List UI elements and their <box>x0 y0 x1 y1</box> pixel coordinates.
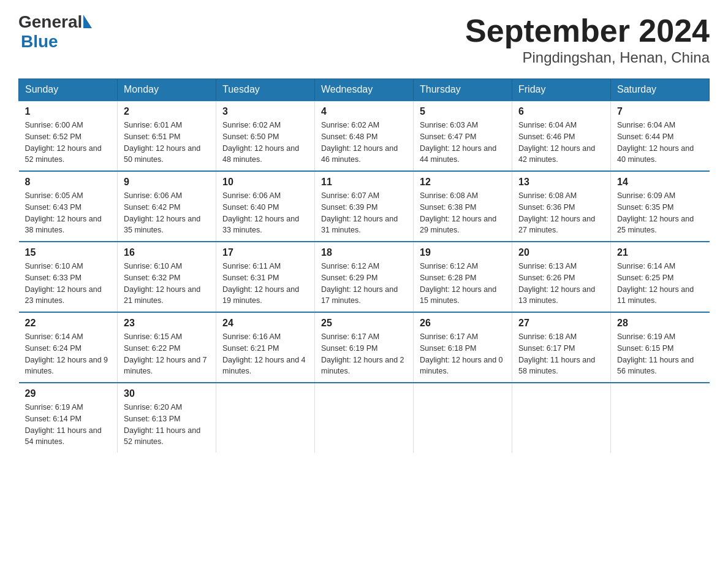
day-number: 1 <box>25 106 112 117</box>
table-row: 13 Sunrise: 6:08 AM Sunset: 6:36 PM Dayl… <box>512 171 611 242</box>
day-number: 22 <box>25 318 112 329</box>
day-info: Sunrise: 6:08 AM Sunset: 6:38 PM Dayligh… <box>420 190 506 236</box>
day-number: 30 <box>124 388 210 399</box>
day-info: Sunrise: 6:08 AM Sunset: 6:36 PM Dayligh… <box>518 190 604 236</box>
table-row: 5 Sunrise: 6:03 AM Sunset: 6:47 PM Dayli… <box>414 101 512 171</box>
day-info: Sunrise: 6:19 AM Sunset: 6:14 PM Dayligh… <box>25 402 112 448</box>
day-info: Sunrise: 6:14 AM Sunset: 6:25 PM Dayligh… <box>617 261 703 307</box>
table-row: 3 Sunrise: 6:02 AM Sunset: 6:50 PM Dayli… <box>216 101 315 171</box>
day-info: Sunrise: 6:04 AM Sunset: 6:46 PM Dayligh… <box>518 120 604 166</box>
day-info: Sunrise: 6:06 AM Sunset: 6:42 PM Dayligh… <box>124 190 210 236</box>
col-wednesday: Wednesday <box>315 79 414 101</box>
col-thursday: Thursday <box>414 79 512 101</box>
table-row: 21 Sunrise: 6:14 AM Sunset: 6:25 PM Dayl… <box>611 242 710 312</box>
calendar-title: September 2024 <box>465 12 710 49</box>
day-info: Sunrise: 6:17 AM Sunset: 6:18 PM Dayligh… <box>420 331 506 377</box>
table-row <box>512 383 611 453</box>
day-number: 29 <box>25 388 112 399</box>
table-row: 17 Sunrise: 6:11 AM Sunset: 6:31 PM Dayl… <box>216 242 315 312</box>
day-info: Sunrise: 6:09 AM Sunset: 6:35 PM Dayligh… <box>617 190 703 236</box>
table-row: 24 Sunrise: 6:16 AM Sunset: 6:21 PM Dayl… <box>216 312 315 383</box>
calendar-header-row: Sunday Monday Tuesday Wednesday Thursday… <box>19 79 710 101</box>
calendar-table: Sunday Monday Tuesday Wednesday Thursday… <box>18 79 710 453</box>
day-number: 27 <box>518 318 604 329</box>
table-row <box>611 383 710 453</box>
calendar-week-row: 1 Sunrise: 6:00 AM Sunset: 6:52 PM Dayli… <box>19 101 710 171</box>
day-number: 14 <box>617 177 703 188</box>
day-number: 18 <box>321 247 407 258</box>
table-row <box>315 383 414 453</box>
table-row: 22 Sunrise: 6:14 AM Sunset: 6:24 PM Dayl… <box>19 312 118 383</box>
day-info: Sunrise: 6:15 AM Sunset: 6:22 PM Dayligh… <box>124 331 210 377</box>
table-row: 10 Sunrise: 6:06 AM Sunset: 6:40 PM Dayl… <box>216 171 315 242</box>
day-info: Sunrise: 6:16 AM Sunset: 6:21 PM Dayligh… <box>222 331 308 377</box>
day-number: 23 <box>124 318 210 329</box>
day-number: 20 <box>518 247 604 258</box>
table-row: 20 Sunrise: 6:13 AM Sunset: 6:26 PM Dayl… <box>512 242 611 312</box>
day-info: Sunrise: 6:00 AM Sunset: 6:52 PM Dayligh… <box>25 120 112 166</box>
day-number: 2 <box>124 106 210 117</box>
calendar-week-row: 15 Sunrise: 6:10 AM Sunset: 6:33 PM Dayl… <box>19 242 710 312</box>
day-info: Sunrise: 6:12 AM Sunset: 6:28 PM Dayligh… <box>420 261 506 307</box>
table-row: 1 Sunrise: 6:00 AM Sunset: 6:52 PM Dayli… <box>19 101 118 171</box>
table-row: 8 Sunrise: 6:05 AM Sunset: 6:43 PM Dayli… <box>19 171 118 242</box>
col-sunday: Sunday <box>19 79 118 101</box>
day-number: 15 <box>25 247 112 258</box>
day-number: 4 <box>321 106 407 117</box>
col-friday: Friday <box>512 79 611 101</box>
table-row: 9 Sunrise: 6:06 AM Sunset: 6:42 PM Dayli… <box>118 171 216 242</box>
day-info: Sunrise: 6:11 AM Sunset: 6:31 PM Dayligh… <box>222 261 308 307</box>
title-block: September 2024 Pingdingshan, Henan, Chin… <box>465 12 710 66</box>
table-row: 28 Sunrise: 6:19 AM Sunset: 6:15 PM Dayl… <box>611 312 710 383</box>
table-row: 18 Sunrise: 6:12 AM Sunset: 6:29 PM Dayl… <box>315 242 414 312</box>
table-row: 25 Sunrise: 6:17 AM Sunset: 6:19 PM Dayl… <box>315 312 414 383</box>
day-number: 9 <box>124 177 210 188</box>
day-number: 5 <box>420 106 506 117</box>
table-row: 11 Sunrise: 6:07 AM Sunset: 6:39 PM Dayl… <box>315 171 414 242</box>
logo-text-general: General <box>18 12 82 32</box>
day-info: Sunrise: 6:06 AM Sunset: 6:40 PM Dayligh… <box>222 190 308 236</box>
table-row: 26 Sunrise: 6:17 AM Sunset: 6:18 PM Dayl… <box>414 312 512 383</box>
day-info: Sunrise: 6:20 AM Sunset: 6:13 PM Dayligh… <box>124 402 210 448</box>
day-info: Sunrise: 6:03 AM Sunset: 6:47 PM Dayligh… <box>420 120 506 166</box>
table-row: 14 Sunrise: 6:09 AM Sunset: 6:35 PM Dayl… <box>611 171 710 242</box>
col-tuesday: Tuesday <box>216 79 315 101</box>
day-info: Sunrise: 6:19 AM Sunset: 6:15 PM Dayligh… <box>617 331 703 377</box>
day-number: 13 <box>518 177 604 188</box>
day-info: Sunrise: 6:13 AM Sunset: 6:26 PM Dayligh… <box>518 261 604 307</box>
day-number: 17 <box>222 247 308 258</box>
calendar-week-row: 22 Sunrise: 6:14 AM Sunset: 6:24 PM Dayl… <box>19 312 710 383</box>
day-info: Sunrise: 6:02 AM Sunset: 6:50 PM Dayligh… <box>222 120 308 166</box>
day-info: Sunrise: 6:10 AM Sunset: 6:33 PM Dayligh… <box>25 261 112 307</box>
table-row <box>414 383 512 453</box>
table-row: 12 Sunrise: 6:08 AM Sunset: 6:38 PM Dayl… <box>414 171 512 242</box>
table-row: 16 Sunrise: 6:10 AM Sunset: 6:32 PM Dayl… <box>118 242 216 312</box>
table-row: 19 Sunrise: 6:12 AM Sunset: 6:28 PM Dayl… <box>414 242 512 312</box>
day-number: 6 <box>518 106 604 117</box>
day-number: 3 <box>222 106 308 117</box>
day-info: Sunrise: 6:07 AM Sunset: 6:39 PM Dayligh… <box>321 190 407 236</box>
day-number: 25 <box>321 318 407 329</box>
calendar-subtitle: Pingdingshan, Henan, China <box>465 49 710 66</box>
calendar-week-row: 29 Sunrise: 6:19 AM Sunset: 6:14 PM Dayl… <box>19 383 710 453</box>
day-number: 26 <box>420 318 506 329</box>
table-row: 6 Sunrise: 6:04 AM Sunset: 6:46 PM Dayli… <box>512 101 611 171</box>
table-row: 2 Sunrise: 6:01 AM Sunset: 6:51 PM Dayli… <box>118 101 216 171</box>
day-info: Sunrise: 6:05 AM Sunset: 6:43 PM Dayligh… <box>25 190 112 236</box>
day-number: 12 <box>420 177 506 188</box>
logo: General Blue <box>18 12 92 52</box>
day-number: 11 <box>321 177 407 188</box>
table-row: 7 Sunrise: 6:04 AM Sunset: 6:44 PM Dayli… <box>611 101 710 171</box>
day-info: Sunrise: 6:18 AM Sunset: 6:17 PM Dayligh… <box>518 331 604 377</box>
table-row: 15 Sunrise: 6:10 AM Sunset: 6:33 PM Dayl… <box>19 242 118 312</box>
day-info: Sunrise: 6:02 AM Sunset: 6:48 PM Dayligh… <box>321 120 407 166</box>
day-number: 28 <box>617 318 703 329</box>
table-row: 23 Sunrise: 6:15 AM Sunset: 6:22 PM Dayl… <box>118 312 216 383</box>
day-number: 24 <box>222 318 308 329</box>
day-number: 7 <box>617 106 703 117</box>
day-number: 16 <box>124 247 210 258</box>
page-header: General Blue September 2024 Pingdingshan… <box>18 12 710 66</box>
col-saturday: Saturday <box>611 79 710 101</box>
table-row: 4 Sunrise: 6:02 AM Sunset: 6:48 PM Dayli… <box>315 101 414 171</box>
day-info: Sunrise: 6:04 AM Sunset: 6:44 PM Dayligh… <box>617 120 703 166</box>
